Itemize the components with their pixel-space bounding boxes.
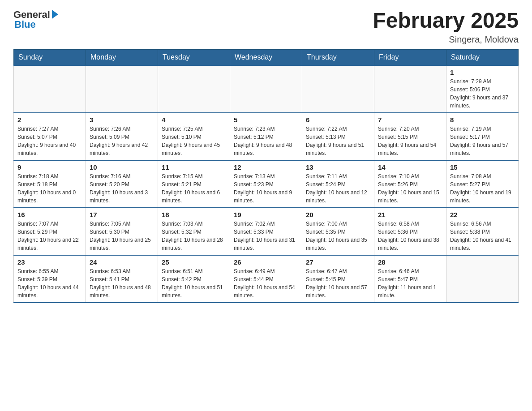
day-info: Sunrise: 6:55 AMSunset: 5:39 PMDaylight:… [17, 267, 82, 300]
weekday-header-monday: Monday [86, 49, 158, 65]
day-number: 1 [450, 68, 515, 76]
calendar-week-4: 16Sunrise: 7:07 AMSunset: 5:29 PMDayligh… [14, 208, 519, 255]
day-number: 27 [306, 258, 370, 266]
page-header: General Blue February 2025 Singera, Mold… [13, 9, 519, 45]
location-subtitle: Singera, Moldova [373, 34, 519, 45]
calendar-week-2: 2Sunrise: 7:27 AMSunset: 5:07 PMDaylight… [14, 113, 519, 160]
logo: General Blue [13, 9, 58, 30]
calendar-cell [86, 65, 158, 113]
calendar-cell: 5Sunrise: 7:23 AMSunset: 5:12 PMDaylight… [230, 113, 302, 160]
day-number: 25 [162, 258, 226, 266]
day-number: 13 [306, 163, 370, 171]
day-info: Sunrise: 7:08 AMSunset: 5:27 PMDaylight:… [450, 172, 515, 205]
calendar-cell: 27Sunrise: 6:47 AMSunset: 5:45 PMDayligh… [302, 255, 374, 303]
calendar-cell: 4Sunrise: 7:25 AMSunset: 5:10 PMDaylight… [158, 113, 230, 160]
day-number: 26 [234, 258, 298, 266]
day-number: 22 [450, 211, 515, 218]
day-number: 16 [17, 211, 82, 218]
logo-arrow-icon [52, 10, 58, 19]
day-info: Sunrise: 7:26 AMSunset: 5:09 PMDaylight:… [90, 125, 154, 157]
day-number: 19 [234, 211, 298, 218]
calendar-cell: 18Sunrise: 7:03 AMSunset: 5:32 PMDayligh… [158, 208, 230, 255]
calendar-cell [302, 65, 374, 113]
day-info: Sunrise: 7:07 AMSunset: 5:29 PMDaylight:… [17, 220, 82, 252]
day-number: 11 [162, 163, 226, 171]
day-info: Sunrise: 7:29 AMSunset: 5:06 PMDaylight:… [450, 77, 515, 110]
weekday-header-tuesday: Tuesday [158, 49, 230, 65]
day-number: 21 [378, 211, 442, 218]
day-number: 3 [90, 116, 154, 124]
day-number: 7 [378, 116, 442, 124]
day-info: Sunrise: 7:15 AMSunset: 5:21 PMDaylight:… [162, 172, 226, 205]
month-title: February 2025 [373, 9, 519, 33]
day-number: 2 [17, 116, 82, 124]
weekday-header-thursday: Thursday [302, 49, 374, 65]
day-number: 14 [378, 163, 442, 171]
calendar-cell [230, 65, 302, 113]
day-number: 4 [162, 116, 226, 124]
day-info: Sunrise: 7:02 AMSunset: 5:33 PMDaylight:… [234, 220, 298, 252]
day-info: Sunrise: 7:22 AMSunset: 5:13 PMDaylight:… [306, 125, 370, 157]
day-info: Sunrise: 7:00 AMSunset: 5:35 PMDaylight:… [306, 220, 370, 252]
day-info: Sunrise: 7:16 AMSunset: 5:20 PMDaylight:… [90, 172, 154, 205]
calendar-cell: 25Sunrise: 6:51 AMSunset: 5:42 PMDayligh… [158, 255, 230, 303]
calendar-cell: 13Sunrise: 7:11 AMSunset: 5:24 PMDayligh… [302, 160, 374, 208]
day-info: Sunrise: 7:11 AMSunset: 5:24 PMDaylight:… [306, 172, 370, 205]
title-section: February 2025 Singera, Moldova [373, 9, 519, 45]
calendar-week-1: 1Sunrise: 7:29 AMSunset: 5:06 PMDaylight… [14, 65, 519, 113]
day-info: Sunrise: 7:27 AMSunset: 5:07 PMDaylight:… [17, 125, 82, 157]
calendar-week-3: 9Sunrise: 7:18 AMSunset: 5:18 PMDaylight… [14, 160, 519, 208]
day-info: Sunrise: 7:05 AMSunset: 5:30 PMDaylight:… [90, 220, 154, 252]
weekday-header-saturday: Saturday [446, 49, 519, 65]
calendar-cell: 7Sunrise: 7:20 AMSunset: 5:15 PMDaylight… [374, 113, 446, 160]
weekday-header-row: SundayMondayTuesdayWednesdayThursdayFrid… [14, 49, 519, 65]
day-info: Sunrise: 7:25 AMSunset: 5:10 PMDaylight:… [162, 125, 226, 157]
day-info: Sunrise: 7:13 AMSunset: 5:23 PMDaylight:… [234, 172, 298, 205]
calendar-cell: 16Sunrise: 7:07 AMSunset: 5:29 PMDayligh… [14, 208, 86, 255]
day-info: Sunrise: 7:23 AMSunset: 5:12 PMDaylight:… [234, 125, 298, 157]
calendar-cell [14, 65, 86, 113]
weekday-header-friday: Friday [374, 49, 446, 65]
calendar-cell: 9Sunrise: 7:18 AMSunset: 5:18 PMDaylight… [14, 160, 86, 208]
calendar-cell: 6Sunrise: 7:22 AMSunset: 5:13 PMDaylight… [302, 113, 374, 160]
calendar-cell [446, 255, 519, 303]
day-number: 18 [162, 211, 226, 218]
day-info: Sunrise: 6:49 AMSunset: 5:44 PMDaylight:… [234, 267, 298, 300]
day-number: 9 [17, 163, 82, 171]
day-info: Sunrise: 6:46 AMSunset: 5:47 PMDaylight:… [378, 267, 442, 300]
weekday-header-sunday: Sunday [14, 49, 86, 65]
calendar-cell: 20Sunrise: 7:00 AMSunset: 5:35 PMDayligh… [302, 208, 374, 255]
day-number: 6 [306, 116, 370, 124]
day-number: 24 [90, 258, 154, 266]
day-info: Sunrise: 7:18 AMSunset: 5:18 PMDaylight:… [17, 172, 82, 205]
calendar-cell: 19Sunrise: 7:02 AMSunset: 5:33 PMDayligh… [230, 208, 302, 255]
calendar-cell: 23Sunrise: 6:55 AMSunset: 5:39 PMDayligh… [14, 255, 86, 303]
day-info: Sunrise: 7:10 AMSunset: 5:26 PMDaylight:… [378, 172, 442, 205]
calendar-cell: 14Sunrise: 7:10 AMSunset: 5:26 PMDayligh… [374, 160, 446, 208]
calendar-week-5: 23Sunrise: 6:55 AMSunset: 5:39 PMDayligh… [14, 255, 519, 303]
day-number: 28 [378, 258, 442, 266]
day-number: 23 [17, 258, 82, 266]
calendar-cell: 10Sunrise: 7:16 AMSunset: 5:20 PMDayligh… [86, 160, 158, 208]
calendar-cell [158, 65, 230, 113]
calendar-cell: 26Sunrise: 6:49 AMSunset: 5:44 PMDayligh… [230, 255, 302, 303]
calendar-table: SundayMondayTuesdayWednesdayThursdayFrid… [13, 49, 519, 303]
day-info: Sunrise: 7:03 AMSunset: 5:32 PMDaylight:… [162, 220, 226, 252]
calendar-cell: 12Sunrise: 7:13 AMSunset: 5:23 PMDayligh… [230, 160, 302, 208]
day-info: Sunrise: 6:53 AMSunset: 5:41 PMDaylight:… [90, 267, 154, 300]
day-number: 20 [306, 211, 370, 218]
day-info: Sunrise: 6:58 AMSunset: 5:36 PMDaylight:… [378, 220, 442, 252]
calendar-cell: 2Sunrise: 7:27 AMSunset: 5:07 PMDaylight… [14, 113, 86, 160]
day-number: 12 [234, 163, 298, 171]
calendar-cell: 3Sunrise: 7:26 AMSunset: 5:09 PMDaylight… [86, 113, 158, 160]
calendar-cell [374, 65, 446, 113]
logo-blue-text: Blue [13, 19, 36, 30]
calendar-cell: 11Sunrise: 7:15 AMSunset: 5:21 PMDayligh… [158, 160, 230, 208]
calendar-cell: 1Sunrise: 7:29 AMSunset: 5:06 PMDaylight… [446, 65, 519, 113]
calendar-cell: 22Sunrise: 6:56 AMSunset: 5:38 PMDayligh… [446, 208, 519, 255]
weekday-header-wednesday: Wednesday [230, 49, 302, 65]
day-number: 17 [90, 211, 154, 218]
day-number: 5 [234, 116, 298, 124]
calendar-cell: 8Sunrise: 7:19 AMSunset: 5:17 PMDaylight… [446, 113, 519, 160]
calendar-cell: 28Sunrise: 6:46 AMSunset: 5:47 PMDayligh… [374, 255, 446, 303]
